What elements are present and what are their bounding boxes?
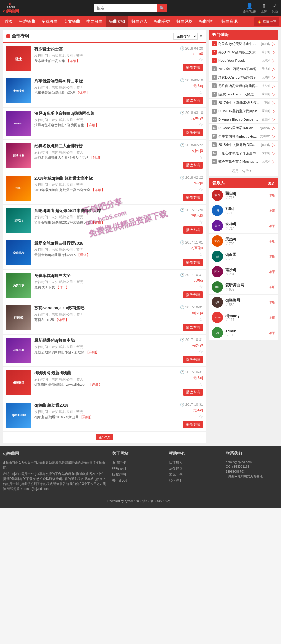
musician-detail-2[interactable]: 详细 bbox=[269, 208, 275, 213]
nav-car[interactable]: 车载舞曲 bbox=[38, 16, 61, 27]
footer-help-1[interactable]: 认证舞人 bbox=[169, 460, 221, 465]
star-2[interactable]: ☆ bbox=[199, 90, 203, 95]
musician-item-10[interactable]: ad admin ♡ 106 详细 bbox=[209, 325, 278, 341]
hot-item-6[interactable]: 6 元旦商场高音质dj嗨曲网... 南沙dj ▷ bbox=[209, 82, 278, 90]
hot-play-10[interactable]: ▷ bbox=[272, 117, 275, 122]
play-btn-8[interactable]: 播放专辑 bbox=[183, 291, 203, 298]
star-4[interactable]: ☆ bbox=[199, 154, 203, 160]
nav-category[interactable]: 舞曲分类 bbox=[151, 16, 173, 27]
album-title-2[interactable]: 汽车低音响劲爆dj舞曲串烧 bbox=[34, 78, 162, 84]
hot-play-13[interactable]: ▷ bbox=[272, 142, 275, 147]
musician-item-9[interactable]: candy djcandy ♡ 111 详细 bbox=[209, 310, 278, 325]
play-btn-11[interactable]: 播放专辑 bbox=[183, 389, 203, 396]
play-btn-4[interactable]: 播放专辑 bbox=[183, 162, 203, 169]
musician-item-4[interactable]: 无杰 无杰dj ♡ 709 详细 bbox=[209, 234, 278, 249]
hot-play-8[interactable]: ▷ bbox=[272, 100, 275, 105]
nav-style[interactable]: 舞曲风格 bbox=[173, 16, 196, 27]
play-btn-1[interactable]: 播放专辑 bbox=[183, 64, 203, 71]
star-10[interactable]: ☆ bbox=[199, 349, 203, 355]
footer-link-3[interactable]: 版权声明 bbox=[112, 472, 164, 477]
detail-link-1[interactable]: 【详细】 bbox=[66, 59, 80, 63]
footer-help-2[interactable]: 反馈建议 bbox=[169, 466, 221, 471]
detail-link-12[interactable]: 【详细】 bbox=[80, 415, 93, 419]
hot-item-3[interactable]: 3 Need Your Passion 无杰dj ▷ bbox=[209, 56, 278, 65]
footer-help-3[interactable]: 常见问题 bbox=[169, 472, 221, 477]
hot-item-9[interactable]: 9 DjHaiOu-美荷宝时尚尚Sh... 蒙自dj ▷ bbox=[209, 107, 278, 115]
musician-item-6[interactable]: 南沙 南沙dj ♡ 704 详细 bbox=[209, 264, 278, 279]
footer-help-4[interactable]: 如何注册 bbox=[169, 478, 221, 483]
nav-string[interactable]: 串烧舞曲 bbox=[16, 16, 38, 27]
daily-recommend-btn[interactable]: 🔥 每日推荐 bbox=[254, 17, 279, 26]
musician-item-5[interactable]: dj百 dj百柔 ♡ 706 详细 bbox=[209, 249, 278, 264]
album-title-8[interactable]: 免费车载dj舞曲大全 bbox=[34, 273, 162, 278]
nav-talent[interactable]: 舞曲达人 bbox=[128, 16, 151, 27]
search-button[interactable]: 🔍 bbox=[157, 4, 167, 12]
hot-item-8[interactable]: 8 2017全中文嗨曲串烧大碟... 7味dj ▷ bbox=[209, 99, 278, 107]
musician-detail-8[interactable]: 详细 bbox=[269, 300, 275, 305]
nav-home[interactable]: 首页 bbox=[2, 16, 16, 27]
star-9[interactable]: ☆ bbox=[199, 317, 203, 322]
hot-play-1[interactable]: ▷ bbox=[272, 41, 275, 46]
footer-link-4[interactable]: 关于djvod bbox=[112, 478, 164, 483]
hot-item-12[interactable]: 12 全中文国粤语ElectroHous... 女神mc ▷ bbox=[209, 132, 278, 141]
nav-rank[interactable]: 舞曲排行 bbox=[196, 16, 218, 27]
hot-play-12[interactable]: ▷ bbox=[272, 134, 275, 139]
star-3[interactable]: ☆ bbox=[199, 122, 203, 128]
upload-section[interactable]: ⬆ 上传 bbox=[261, 2, 267, 14]
musician-item-3[interactable]: 女神 女神dj ♡ 714 详细 bbox=[209, 218, 278, 234]
album-title-9[interactable]: 苏荷Sohe 88,2018苏荷酒吧 bbox=[34, 305, 162, 311]
album-title-10[interactable]: 最新劲爆的dj舞曲串烧 bbox=[34, 338, 162, 343]
detail-link-11[interactable]: 【详细】 bbox=[88, 383, 102, 386]
play-btn-3[interactable]: 播放专辑 bbox=[183, 129, 203, 136]
hot-play-7[interactable]: ▷ bbox=[272, 92, 275, 97]
detail-link-7[interactable]: 【详细】 bbox=[76, 253, 90, 257]
musicians-more-link[interactable]: 更多 bbox=[268, 181, 275, 186]
album-title-1[interactable]: 荷东猛士的士高 bbox=[34, 46, 162, 52]
nav-album[interactable]: 舞曲专辑 bbox=[106, 16, 128, 27]
detail-link-10[interactable]: 【详细】 bbox=[86, 350, 99, 354]
musician-detail-7[interactable]: 详细 bbox=[269, 285, 275, 289]
star-6[interactable]: ☆ bbox=[199, 219, 203, 225]
detail-link-3[interactable]: 【详细】 bbox=[85, 123, 99, 127]
star-7[interactable]: ☆ bbox=[199, 252, 203, 258]
hot-item-2[interactable]: 2 英文House越南鼓上头轰轰... 南沙dj ▷ bbox=[209, 48, 278, 56]
hot-play-2[interactable]: ▷ bbox=[272, 50, 275, 55]
star-1[interactable]: ☆ bbox=[199, 57, 203, 63]
musician-detail-10[interactable]: 详细 bbox=[269, 331, 275, 335]
star-12[interactable]: ☆ bbox=[199, 414, 203, 420]
verify-section[interactable]: ✓ 认证 bbox=[272, 2, 278, 14]
hot-play-3[interactable]: ▷ bbox=[272, 58, 275, 63]
musician-detail-9[interactable]: 详细 bbox=[269, 315, 275, 320]
star-11[interactable]: ☆ bbox=[199, 381, 203, 387]
musician-item-7[interactable]: 爱听 爱听舞曲网 ♡ 687 详细 bbox=[209, 279, 278, 295]
footer-link-1[interactable]: 友情连接 bbox=[112, 460, 164, 465]
hot-item-10[interactable]: 10 D-Aman Electro Dance-飞... 蒙自dj ▷ bbox=[209, 115, 278, 124]
hot-item-4[interactable]: 4 2017皇庄酒吧club下半场... 无杰dj ▷ bbox=[209, 65, 278, 73]
hot-item-13[interactable]: 13 2018全中文圆粤语DjCand... djcandy ▷ bbox=[209, 141, 278, 149]
hot-play-5[interactable]: ▷ bbox=[272, 75, 275, 80]
hot-play-14[interactable]: ▷ bbox=[272, 151, 275, 156]
album-title-5[interactable]: 2018年载dj舞曲 超劲爆士高串烧 bbox=[34, 176, 162, 181]
hot-item-5[interactable]: 5 精选DJCandy作品超强至... 无杰dj ▷ bbox=[209, 73, 278, 82]
hot-play-11[interactable]: ▷ bbox=[272, 125, 275, 130]
album-title-7[interactable]: 最新全球dj舞曲排行榜2018 bbox=[34, 240, 162, 246]
filter-select[interactable]: 全部专辑 最新专辑 最热专辑 bbox=[173, 33, 198, 40]
hot-play-4[interactable]: ▷ bbox=[272, 66, 275, 71]
hot-item-7[interactable]: 7 [蓝虎_androver] 天籁之... 蒙自dj ▷ bbox=[209, 90, 278, 99]
album-title-3[interactable]: 清风dj音乐电音舞曲dj嗨嗨网合集 bbox=[34, 111, 162, 116]
detail-link-4[interactable]: 【详细】 bbox=[90, 156, 103, 159]
star-5[interactable]: ☆ bbox=[199, 187, 203, 193]
star-8[interactable]: ☆ bbox=[199, 284, 203, 290]
logo[interactable]: dj DJVOD dj舞曲网 bbox=[3, 2, 19, 14]
album-title-4[interactable]: 经典名歌dj舞曲大全排行榜 bbox=[34, 143, 162, 149]
play-btn-10[interactable]: 播放专辑 bbox=[183, 356, 203, 363]
hot-item-1[interactable]: 1 DjCaNdy优美旋律金中文... djcandy ▷ bbox=[209, 40, 278, 48]
play-btn-12[interactable]: 播放专辑 bbox=[183, 421, 203, 428]
musician-item-8[interactable]: dj嗨 dj嗨嗨网 ♡ 580 详细 bbox=[209, 295, 278, 310]
nav-news[interactable]: 舞曲资讯 bbox=[218, 16, 241, 27]
album-title-12[interactable]: dj舞曲 超劲爆2018 bbox=[34, 403, 162, 408]
album-title-11[interactable]: dj嗨嗨网 最新dj嗨曲 bbox=[34, 370, 162, 376]
detail-link-9[interactable]: 【详细】 bbox=[55, 318, 69, 322]
hot-item-15[interactable]: 15 驾会车载金英文Mashup上... 无杰dj ▷ bbox=[209, 157, 278, 166]
login-section[interactable]: 👤 登录/注册 bbox=[243, 2, 256, 14]
